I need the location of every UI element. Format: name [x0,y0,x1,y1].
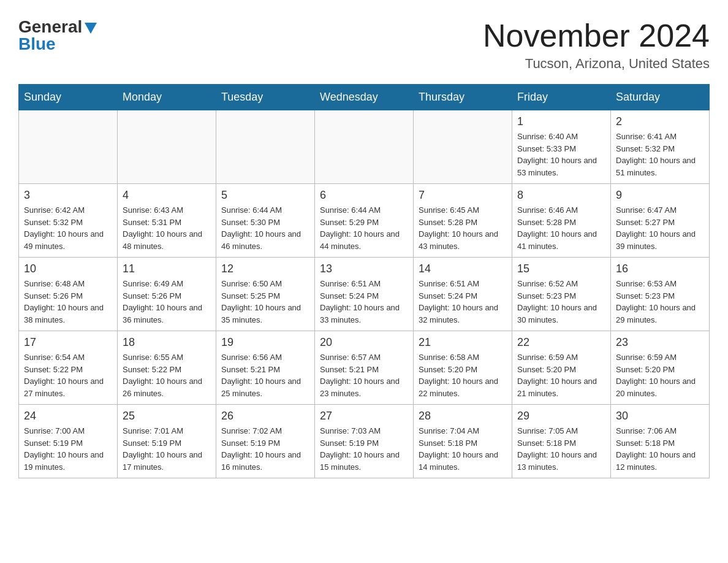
day-info: Sunrise: 6:49 AM Sunset: 5:26 PM Dayligh… [123,278,211,326]
table-row: 13Sunrise: 6:51 AM Sunset: 5:24 PM Dayli… [315,258,414,331]
table-row: 17Sunrise: 6:54 AM Sunset: 5:22 PM Dayli… [19,331,118,405]
day-number: 9 [616,189,704,202]
day-info: Sunrise: 7:04 AM Sunset: 5:18 PM Dayligh… [419,425,507,473]
day-number: 18 [123,336,211,349]
day-info: Sunrise: 6:44 AM Sunset: 5:30 PM Dayligh… [221,204,309,252]
table-row: 29Sunrise: 7:05 AM Sunset: 5:18 PM Dayli… [512,405,611,478]
day-info: Sunrise: 6:48 AM Sunset: 5:26 PM Dayligh… [24,278,112,326]
day-info: Sunrise: 6:59 AM Sunset: 5:20 PM Dayligh… [616,351,704,399]
col-tuesday: Tuesday [216,85,315,110]
table-row: 8Sunrise: 6:46 AM Sunset: 5:28 PM Daylig… [512,184,611,258]
table-row [315,110,414,184]
day-number: 17 [24,336,112,349]
day-info: Sunrise: 7:00 AM Sunset: 5:19 PM Dayligh… [24,425,112,473]
day-number: 25 [123,410,211,423]
day-number: 7 [419,189,507,202]
day-info: Sunrise: 6:51 AM Sunset: 5:24 PM Dayligh… [419,278,507,326]
day-info: Sunrise: 6:44 AM Sunset: 5:29 PM Dayligh… [320,204,408,252]
day-info: Sunrise: 6:51 AM Sunset: 5:24 PM Dayligh… [320,278,408,326]
day-number: 27 [320,410,408,423]
day-number: 22 [517,336,605,349]
calendar-header-row: Sunday Monday Tuesday Wednesday Thursday… [19,85,710,110]
table-row: 2Sunrise: 6:41 AM Sunset: 5:32 PM Daylig… [611,110,710,184]
day-number: 28 [419,410,507,423]
day-number: 4 [123,189,211,202]
table-row: 7Sunrise: 6:45 AM Sunset: 5:28 PM Daylig… [414,184,512,258]
day-number: 20 [320,336,408,349]
day-number: 24 [24,410,112,423]
table-row: 4Sunrise: 6:43 AM Sunset: 5:31 PM Daylig… [118,184,216,258]
day-info: Sunrise: 6:53 AM Sunset: 5:23 PM Dayligh… [616,278,704,326]
day-number: 26 [221,410,309,423]
location-text: Tucson, Arizona, United States [483,56,710,72]
day-info: Sunrise: 6:57 AM Sunset: 5:21 PM Dayligh… [320,351,408,399]
table-row: 1Sunrise: 6:40 AM Sunset: 5:33 PM Daylig… [512,110,611,184]
day-info: Sunrise: 7:03 AM Sunset: 5:19 PM Dayligh… [320,425,408,473]
table-row: 18Sunrise: 6:55 AM Sunset: 5:22 PM Dayli… [118,331,216,405]
day-info: Sunrise: 6:52 AM Sunset: 5:23 PM Dayligh… [517,278,605,326]
day-number: 15 [517,262,605,275]
table-row: 19Sunrise: 6:56 AM Sunset: 5:21 PM Dayli… [216,331,315,405]
col-wednesday: Wednesday [315,85,414,110]
table-row: 12Sunrise: 6:50 AM Sunset: 5:25 PM Dayli… [216,258,315,331]
table-row: 22Sunrise: 6:59 AM Sunset: 5:20 PM Dayli… [512,331,611,405]
calendar-week-row: 3Sunrise: 6:42 AM Sunset: 5:32 PM Daylig… [19,184,710,258]
table-row [118,110,216,184]
logo: General Blue [18,18,97,53]
logo-general-text: General [18,18,97,36]
col-thursday: Thursday [414,85,512,110]
day-info: Sunrise: 6:47 AM Sunset: 5:27 PM Dayligh… [616,204,704,252]
table-row: 14Sunrise: 6:51 AM Sunset: 5:24 PM Dayli… [414,258,512,331]
table-row: 25Sunrise: 7:01 AM Sunset: 5:19 PM Dayli… [118,405,216,478]
day-number: 23 [616,336,704,349]
day-number: 3 [24,189,112,202]
day-number: 11 [123,262,211,275]
table-row: 10Sunrise: 6:48 AM Sunset: 5:26 PM Dayli… [19,258,118,331]
day-info: Sunrise: 6:58 AM Sunset: 5:20 PM Dayligh… [419,351,507,399]
calendar-table: Sunday Monday Tuesday Wednesday Thursday… [18,84,710,478]
day-info: Sunrise: 6:45 AM Sunset: 5:28 PM Dayligh… [419,204,507,252]
day-number: 30 [616,410,704,423]
day-number: 5 [221,189,309,202]
day-info: Sunrise: 6:41 AM Sunset: 5:32 PM Dayligh… [616,131,704,178]
title-section: November 2024 Tucson, Arizona, United St… [483,18,710,72]
day-info: Sunrise: 6:50 AM Sunset: 5:25 PM Dayligh… [221,278,309,326]
day-number: 2 [616,115,704,128]
day-number: 1 [517,115,605,128]
day-info: Sunrise: 7:06 AM Sunset: 5:18 PM Dayligh… [616,425,704,473]
day-info: Sunrise: 6:46 AM Sunset: 5:28 PM Dayligh… [517,204,605,252]
table-row: 24Sunrise: 7:00 AM Sunset: 5:19 PM Dayli… [19,405,118,478]
col-saturday: Saturday [611,85,710,110]
month-title: November 2024 [483,18,710,53]
table-row: 9Sunrise: 6:47 AM Sunset: 5:27 PM Daylig… [611,184,710,258]
day-number: 14 [419,262,507,275]
calendar-week-row: 24Sunrise: 7:00 AM Sunset: 5:19 PM Dayli… [19,405,710,478]
table-row: 23Sunrise: 6:59 AM Sunset: 5:20 PM Dayli… [611,331,710,405]
table-row: 6Sunrise: 6:44 AM Sunset: 5:29 PM Daylig… [315,184,414,258]
day-number: 16 [616,262,704,275]
day-info: Sunrise: 7:05 AM Sunset: 5:18 PM Dayligh… [517,425,605,473]
day-info: Sunrise: 6:43 AM Sunset: 5:31 PM Dayligh… [123,204,211,252]
day-number: 6 [320,189,408,202]
day-number: 8 [517,189,605,202]
day-number: 29 [517,410,605,423]
table-row: 30Sunrise: 7:06 AM Sunset: 5:18 PM Dayli… [611,405,710,478]
table-row: 27Sunrise: 7:03 AM Sunset: 5:19 PM Dayli… [315,405,414,478]
day-info: Sunrise: 6:40 AM Sunset: 5:33 PM Dayligh… [517,131,605,178]
day-number: 13 [320,262,408,275]
day-info: Sunrise: 6:56 AM Sunset: 5:21 PM Dayligh… [221,351,309,399]
table-row: 5Sunrise: 6:44 AM Sunset: 5:30 PM Daylig… [216,184,315,258]
calendar-week-row: 1Sunrise: 6:40 AM Sunset: 5:33 PM Daylig… [19,110,710,184]
table-row: 16Sunrise: 6:53 AM Sunset: 5:23 PM Dayli… [611,258,710,331]
table-row [414,110,512,184]
table-row [216,110,315,184]
day-number: 10 [24,262,112,275]
day-info: Sunrise: 6:59 AM Sunset: 5:20 PM Dayligh… [517,351,605,399]
day-number: 21 [419,336,507,349]
table-row: 26Sunrise: 7:02 AM Sunset: 5:19 PM Dayli… [216,405,315,478]
col-monday: Monday [118,85,216,110]
calendar-week-row: 10Sunrise: 6:48 AM Sunset: 5:26 PM Dayli… [19,258,710,331]
col-sunday: Sunday [19,85,118,110]
day-number: 19 [221,336,309,349]
col-friday: Friday [512,85,611,110]
